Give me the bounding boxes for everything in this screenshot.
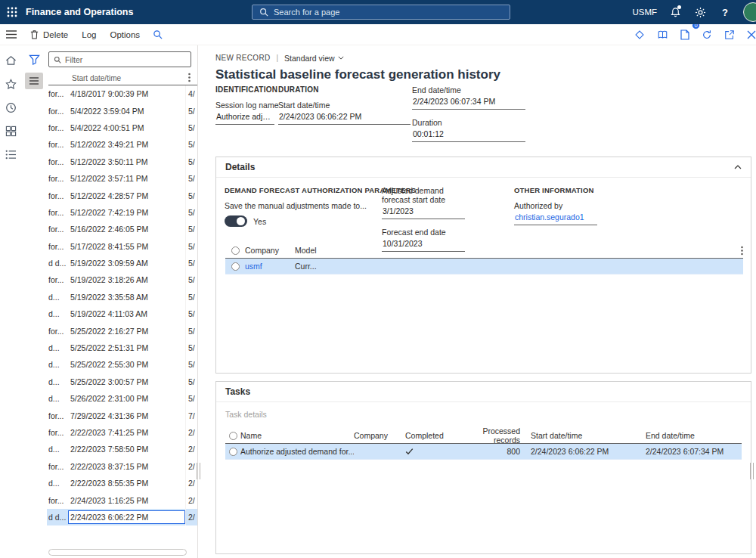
list-item-start-datetime[interactable]: 7/29/2022 4:31:36 PM — [68, 409, 185, 423]
model-column-header[interactable]: Model — [295, 246, 731, 255]
settings-gear-icon[interactable] — [693, 5, 707, 19]
list-item-start-datetime[interactable]: 5/25/2022 3:00:57 PM — [68, 375, 185, 389]
list-item[interactable]: for...5/19/2022 3:18:26 AM5/ — [47, 271, 197, 288]
list-item-start-datetime[interactable]: 2/22/2023 8:55:35 PM — [68, 476, 185, 490]
list-item-start-datetime[interactable]: 5/19/2022 4:11:03 AM — [68, 307, 185, 321]
view-selector[interactable]: Standard view — [284, 54, 344, 63]
authorized-by-link[interactable]: christian.segurado1 — [514, 210, 597, 225]
list-item-start-datetime[interactable]: 4/18/2017 9:00:39 PM — [68, 87, 185, 101]
list-item[interactable]: for...5/4/2022 4:00:51 PM5/ — [47, 119, 197, 136]
list-filter-input[interactable]: Filter — [48, 51, 191, 67]
list-item-start-datetime[interactable]: 5/25/2022 2:51:31 PM — [68, 341, 185, 355]
completed-column-header[interactable]: Completed — [402, 431, 460, 440]
list-item-start-datetime[interactable]: 5/16/2022 2:46:05 PM — [68, 222, 185, 236]
task-row-radio[interactable] — [225, 448, 240, 456]
log-button[interactable]: Log — [75, 24, 103, 45]
list-item[interactable]: for...4/18/2017 9:00:39 PM4/ — [47, 85, 197, 102]
duration-field[interactable]: 00:01:12 — [412, 127, 525, 142]
list-item[interactable]: for...5/12/2022 3:50:11 PM5/ — [47, 153, 197, 170]
help-icon[interactable]: ? — [718, 5, 732, 19]
office-book-icon[interactable] — [651, 24, 674, 45]
workspaces-boxes-icon[interactable] — [1, 122, 20, 140]
session-log-name-field[interactable]: Authorize adjusted de... — [215, 110, 274, 125]
company-column-header[interactable]: Company — [245, 246, 295, 255]
toggle-switch[interactable] — [225, 215, 247, 227]
list-item[interactable]: d...5/25/2022 2:55:30 PM5/ — [47, 356, 197, 373]
select-all-radio[interactable] — [225, 246, 245, 255]
chevron-up-icon[interactable] — [734, 165, 742, 169]
end-datetime-column-header[interactable]: End date/time — [646, 431, 742, 440]
modules-list-icon[interactable] — [1, 145, 20, 163]
list-item[interactable]: d...5/25/2022 2:51:31 PM5/ — [47, 339, 197, 356]
list-item-start-datetime[interactable]: 5/25/2022 2:16:27 PM — [68, 324, 185, 338]
adjusted-start-field[interactable]: 3/1/2023 — [382, 204, 465, 219]
attachments-icon[interactable]: 0 — [674, 24, 696, 45]
list-item-start-datetime[interactable]: 2/24/2023 6:06:22 PM — [68, 510, 185, 524]
list-view-toggle-icon[interactable] — [25, 73, 43, 89]
list-item[interactable]: d...5/26/2022 2:31:00 PM5/ — [47, 390, 197, 407]
list-item[interactable]: for...2/24/2023 1:16:25 PM2/ — [47, 491, 197, 508]
list-item[interactable]: d...5/19/2022 4:11:03 AM5/ — [47, 305, 197, 322]
tasks-grid-row[interactable]: Authorize adjusted demand for... 800 2/2… — [225, 444, 742, 460]
list-item[interactable]: for...5/4/2022 3:59:04 PM5/ — [47, 102, 197, 119]
open-in-new-window-icon[interactable] — [718, 24, 741, 45]
details-fasttab-header[interactable]: Details — [216, 157, 751, 178]
list-item[interactable]: d...5/25/2022 3:00:57 PM5/ — [47, 374, 197, 390]
global-search-input[interactable]: Search for a page — [252, 5, 510, 20]
hamburger-menu-icon[interactable] — [0, 24, 23, 45]
close-icon[interactable] — [741, 24, 756, 45]
list-item[interactable]: for...5/12/2022 3:49:21 PM5/ — [47, 136, 197, 153]
right-splitter-grip[interactable] — [750, 463, 754, 479]
list-item[interactable]: for...5/25/2022 2:16:27 PM5/ — [47, 322, 197, 339]
list-item-start-datetime[interactable]: 5/12/2022 7:42:19 PM — [68, 206, 185, 219]
pane-splitter-grip[interactable] — [197, 463, 200, 479]
list-item[interactable]: for...5/12/2022 3:57:11 PM5/ — [47, 170, 197, 187]
company-picker[interactable]: USMF — [632, 8, 657, 17]
details-grid-row[interactable]: usmf Curr... — [225, 259, 743, 274]
processed-records-column-header[interactable]: Processed records — [460, 426, 525, 445]
avatar[interactable] — [743, 2, 756, 22]
power-apps-icon[interactable] — [628, 24, 651, 45]
list-item[interactable]: for...5/16/2022 2:46:05 PM5/ — [47, 221, 197, 237]
home-icon[interactable] — [1, 51, 20, 70]
start-datetime-field[interactable]: 2/24/2023 06:06:22 PM — [278, 110, 411, 125]
list-item-start-datetime[interactable]: 5/4/2022 3:59:04 PM — [68, 104, 185, 118]
row-radio[interactable] — [225, 262, 245, 271]
list-item[interactable]: for...7/29/2022 4:31:36 PM7/ — [47, 407, 197, 423]
list-item-start-datetime[interactable]: 5/19/2022 3:18:26 AM — [68, 273, 185, 287]
list-item[interactable]: for...5/12/2022 7:42:19 PM5/ — [47, 204, 197, 221]
grid-options-ellipsis-icon[interactable] — [731, 246, 743, 256]
list-item-start-datetime[interactable]: 5/19/2022 3:35:58 AM — [68, 290, 185, 304]
list-item-start-datetime[interactable]: 5/17/2022 8:41:55 PM — [68, 240, 185, 253]
scrollbar-thumb[interactable] — [48, 549, 187, 556]
list-horizontal-scrollbar[interactable] — [48, 549, 191, 556]
list-item[interactable]: for...2/22/2023 8:37:15 PM2/ — [47, 458, 197, 475]
recent-clock-icon[interactable] — [1, 98, 20, 116]
list-item-start-datetime[interactable]: 5/25/2022 2:55:30 PM — [68, 358, 185, 371]
favorites-star-icon[interactable] — [1, 75, 20, 93]
list-item-start-datetime[interactable]: 5/12/2022 4:28:57 PM — [68, 189, 185, 203]
list-column-header[interactable]: Start date/time — [48, 70, 197, 85]
column-options-ellipsis-icon[interactable] — [188, 73, 191, 82]
end-datetime-field[interactable]: 2/24/2023 06:07:34 PM — [412, 95, 525, 110]
company-cell[interactable]: usmf — [245, 262, 295, 271]
list-item-start-datetime[interactable]: 5/12/2022 3:49:21 PM — [68, 138, 185, 151]
name-column-header[interactable]: Name — [240, 431, 354, 440]
list-item[interactable]: d d...2/24/2023 6:06:22 PM2/ — [47, 509, 197, 525]
list-item[interactable]: d...2/22/2023 8:55:35 PM2/ — [47, 475, 197, 491]
list-item[interactable]: d...5/19/2022 3:35:58 AM5/ — [47, 289, 197, 305]
company-column-header[interactable]: Company — [354, 431, 402, 440]
tasks-fasttab-header[interactable]: Tasks — [216, 382, 751, 402]
list-item-start-datetime[interactable]: 5/19/2022 3:09:59 AM — [68, 256, 185, 270]
list-item[interactable]: for...5/17/2022 8:41:55 PM5/ — [47, 238, 197, 255]
actionbar-search-icon[interactable] — [147, 24, 169, 45]
list-item-start-datetime[interactable]: 2/22/2023 7:41:25 PM — [68, 426, 185, 439]
list-item[interactable]: d d...5/19/2022 3:09:59 AM5/ — [47, 255, 197, 271]
list-item-start-datetime[interactable]: 5/26/2022 2:31:00 PM — [68, 392, 185, 405]
list-item[interactable]: for...5/12/2022 4:28:57 PM5/ — [47, 187, 197, 203]
start-datetime-column-header[interactable]: Start date/time — [72, 74, 121, 82]
waffle-menu-icon[interactable] — [0, 0, 24, 24]
list-item[interactable]: d...2/22/2023 7:58:50 PM2/ — [47, 441, 197, 457]
list-item-start-datetime[interactable]: 2/22/2023 7:58:50 PM — [68, 442, 185, 456]
list-item-start-datetime[interactable]: 2/22/2023 8:37:15 PM — [68, 460, 185, 473]
